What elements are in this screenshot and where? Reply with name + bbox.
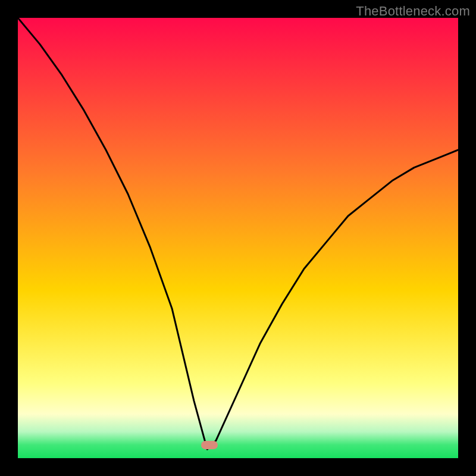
optimal-marker	[201, 441, 218, 449]
watermark-text: TheBottleneck.com	[356, 4, 470, 19]
plot-area	[18, 18, 458, 458]
bottleneck-curve	[18, 18, 458, 458]
